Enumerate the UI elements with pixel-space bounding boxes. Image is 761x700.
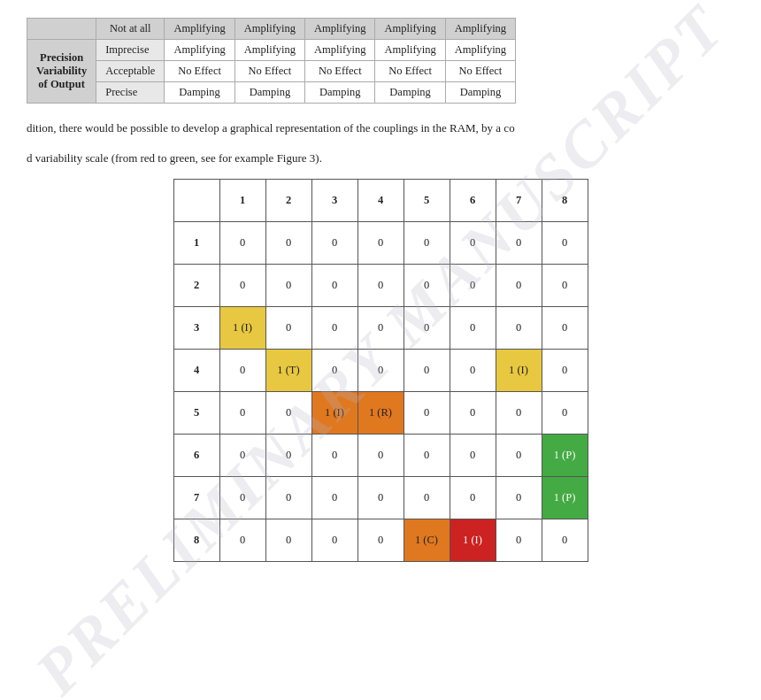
matrix-cell-4-4: 0	[357, 350, 404, 392]
matrix-cell-1-1: 0	[219, 222, 265, 265]
matrix-cell-6-2: 0	[265, 435, 311, 477]
matrix-cell-8-8: 0	[542, 519, 588, 562]
matrix-cell-4-1: 0	[219, 350, 265, 392]
matrix-col-header-1: 1	[219, 180, 265, 222]
matrix-cell-3-1: 1 (I)	[219, 307, 265, 350]
matrix-cell-4-5: 0	[404, 350, 450, 392]
matrix-cell-4-7: 1 (I)	[496, 350, 542, 392]
matrix-row-header-1: 1	[173, 222, 219, 265]
matrix-cell-1-7: 0	[496, 222, 542, 265]
matrix-cell-2-3: 0	[311, 265, 357, 307]
matrix-cell-6-1: 0	[219, 435, 265, 477]
matrix-row-header-3: 3	[173, 307, 219, 350]
matrix-cell-5-1: 0	[219, 392, 265, 435]
cell-acceptable-5: No Effect	[445, 61, 515, 82]
matrix-cell-8-1: 0	[219, 519, 265, 562]
matrix-cell-7-6: 0	[450, 477, 496, 519]
matrix-row-5: 5001 (I)1 (R)0000	[173, 392, 588, 435]
matrix-cell-3-5: 0	[404, 307, 450, 350]
matrix-cell-7-3: 0	[311, 477, 357, 519]
matrix-cell-5-3: 1 (I)	[311, 392, 357, 435]
header-col1: Not at all	[96, 19, 165, 40]
cell-imprecise-2: Amplifying	[234, 40, 304, 61]
matrix-cell-2-8: 0	[542, 265, 588, 307]
matrix-cell-8-4: 0	[357, 519, 404, 562]
cell-imprecise-3: Amplifying	[305, 40, 375, 61]
matrix-row-header-7: 7	[173, 477, 219, 519]
header-col5: Amplifying	[375, 19, 445, 40]
matrix-cell-7-2: 0	[265, 477, 311, 519]
matrix-cell-6-4: 0	[357, 435, 404, 477]
matrix-cell-2-6: 0	[450, 265, 496, 307]
matrix-cell-2-4: 0	[357, 265, 404, 307]
matrix-cell-6-7: 0	[496, 435, 542, 477]
matrix-cell-5-8: 0	[542, 392, 588, 435]
matrix-cell-1-2: 0	[265, 222, 311, 265]
header-col3: Amplifying	[234, 19, 304, 40]
matrix-cell-6-3: 0	[311, 435, 357, 477]
matrix-cell-2-1: 0	[219, 265, 265, 307]
matrix-cell-7-7: 0	[496, 477, 542, 519]
matrix-cell-7-1: 0	[219, 477, 265, 519]
matrix-cell-7-4: 0	[357, 477, 404, 519]
cell-acceptable-1: No Effect	[165, 61, 234, 82]
matrix-cell-2-2: 0	[265, 265, 311, 307]
top-table: Not at all Amplifying Amplifying Amplify…	[27, 18, 516, 104]
matrix-row-8: 800001 (C)1 (I)00	[173, 519, 588, 562]
cell-precise-5: Damping	[445, 82, 515, 104]
subrow-acceptable: Acceptable	[96, 61, 165, 82]
matrix-row-header-4: 4	[173, 350, 219, 392]
cell-precise-3: Damping	[305, 82, 375, 104]
matrix-cell-4-8: 0	[542, 350, 588, 392]
matrix-cell-3-7: 0	[496, 307, 542, 350]
header-col4: Amplifying	[305, 19, 375, 40]
matrix-cell-3-2: 0	[265, 307, 311, 350]
cell-precise-2: Damping	[234, 82, 304, 104]
table-row-precise: Precise Damping Damping Damping Damping …	[27, 82, 516, 104]
cell-acceptable-2: No Effect	[234, 61, 304, 82]
paragraph-1: dition, there would be possible to devel…	[27, 119, 734, 137]
matrix-cell-3-6: 0	[450, 307, 496, 350]
matrix-cell-5-6: 0	[450, 392, 496, 435]
matrix-cell-4-6: 0	[450, 350, 496, 392]
matrix-cell-5-2: 0	[265, 392, 311, 435]
matrix-col-header-6: 6	[450, 180, 496, 222]
matrix-cell-7-8: 1 (P)	[542, 477, 588, 519]
matrix-row-header-5: 5	[173, 392, 219, 435]
cell-acceptable-3: No Effect	[305, 61, 375, 82]
matrix-col-header-8: 8	[542, 180, 588, 222]
matrix-row-1: 100000000	[173, 222, 588, 265]
matrix-corner	[173, 180, 219, 222]
matrix-cell-6-6: 0	[450, 435, 496, 477]
matrix-cell-1-6: 0	[450, 222, 496, 265]
page-content: Not at all Amplifying Amplifying Amplify…	[0, 0, 761, 580]
matrix-row-header-6: 6	[173, 435, 219, 477]
subrow-precise: Precise	[96, 82, 165, 104]
matrix-col-header-3: 3	[311, 180, 357, 222]
matrix-row-3: 31 (I)0000000	[173, 307, 588, 350]
matrix-cell-3-3: 0	[311, 307, 357, 350]
paragraph-2: d variability scale (from red to green, …	[27, 150, 734, 167]
matrix-cell-4-2: 1 (T)	[265, 350, 311, 392]
matrix-row-6: 600000001 (P)	[173, 435, 588, 477]
cell-imprecise-1: Amplifying	[165, 40, 234, 61]
cell-imprecise-4: Amplifying	[375, 40, 445, 61]
header-col6: Amplifying	[445, 19, 515, 40]
top-table-header-row: Not at all Amplifying Amplifying Amplify…	[27, 19, 516, 40]
matrix-cell-5-4: 1 (R)	[357, 392, 404, 435]
row-main-label: PrecisionVariabilityof Output	[27, 40, 96, 104]
matrix-col-header-7: 7	[496, 180, 542, 222]
matrix-row-4: 401 (T)00001 (I)0	[173, 350, 588, 392]
matrix-col-header-5: 5	[404, 180, 450, 222]
matrix-cell-2-7: 0	[496, 265, 542, 307]
matrix-cell-1-4: 0	[357, 222, 404, 265]
matrix-cell-3-8: 0	[542, 307, 588, 350]
corner-cell	[27, 19, 96, 40]
matrix-row-2: 200000000	[173, 265, 588, 307]
matrix-col-header-4: 4	[357, 180, 404, 222]
matrix-table: 1234567810000000020000000031 (I)00000004…	[173, 179, 588, 562]
matrix-cell-8-5: 1 (C)	[404, 519, 450, 562]
matrix-cell-1-5: 0	[404, 222, 450, 265]
matrix-cell-2-5: 0	[404, 265, 450, 307]
cell-acceptable-4: No Effect	[375, 61, 445, 82]
